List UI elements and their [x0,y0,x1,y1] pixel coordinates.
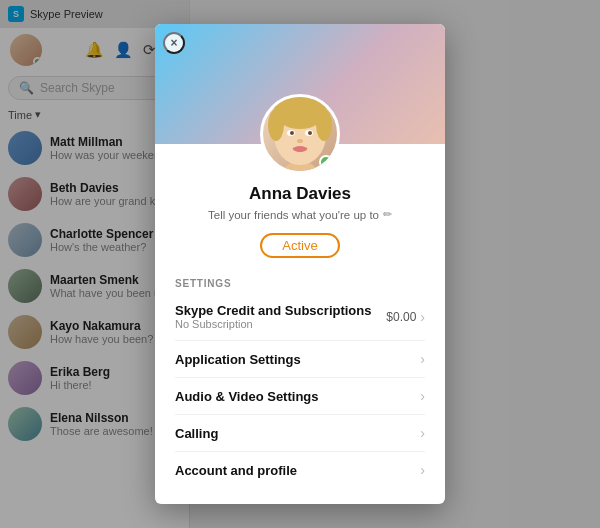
settings-item-title: Audio & Video Settings [175,389,420,404]
settings-item-subtitle: No Subscription [175,318,386,330]
modal-header: × [155,24,445,144]
chevron-right-icon: › [420,309,425,325]
settings-item-content: Account and profile [175,463,420,478]
profile-name: Anna Davies [175,184,425,204]
settings-section: SETTINGS Skype Credit and Subscriptions … [175,272,425,488]
modal-body: Anna Davies Tell your friends what you'r… [155,144,445,504]
tagline-text: Tell your friends what you're up to [208,209,379,221]
settings-item[interactable]: Application Settings › [175,341,425,378]
settings-item-content: Audio & Video Settings [175,389,420,404]
chevron-right-icon: › [420,351,425,367]
settings-items-list: Skype Credit and Subscriptions No Subscr… [175,293,425,488]
settings-item-title: Skype Credit and Subscriptions [175,303,386,318]
status-badge[interactable]: Active [260,233,339,258]
settings-section-label: SETTINGS [175,272,425,293]
settings-item[interactable]: Account and profile › [175,452,425,488]
settings-item-content: Application Settings [175,352,420,367]
settings-item-title: Calling [175,426,420,441]
edit-icon[interactable]: ✏ [383,208,392,221]
profile-status-dot [319,155,333,169]
close-button[interactable]: × [163,32,185,54]
profile-modal: × [155,24,445,504]
chevron-right-icon: › [420,425,425,441]
settings-item-content: Skype Credit and Subscriptions No Subscr… [175,303,386,330]
settings-item[interactable]: Calling › [175,415,425,452]
modal-overlay: × [0,0,600,528]
svg-point-7 [290,131,294,135]
settings-item[interactable]: Skype Credit and Subscriptions No Subscr… [175,293,425,341]
settings-item-value: $0.00 [386,310,416,324]
settings-item[interactable]: Audio & Video Settings › [175,378,425,415]
chevron-right-icon: › [420,462,425,478]
settings-item-title: Application Settings [175,352,420,367]
svg-point-10 [293,146,307,152]
settings-item-content: Calling [175,426,420,441]
svg-point-8 [308,131,312,135]
profile-tagline: Tell your friends what you're up to ✏ [175,208,425,221]
settings-item-title: Account and profile [175,463,420,478]
svg-point-4 [316,109,332,141]
svg-point-3 [268,109,284,141]
profile-avatar [260,94,340,174]
svg-point-9 [297,139,303,143]
chevron-right-icon: › [420,388,425,404]
